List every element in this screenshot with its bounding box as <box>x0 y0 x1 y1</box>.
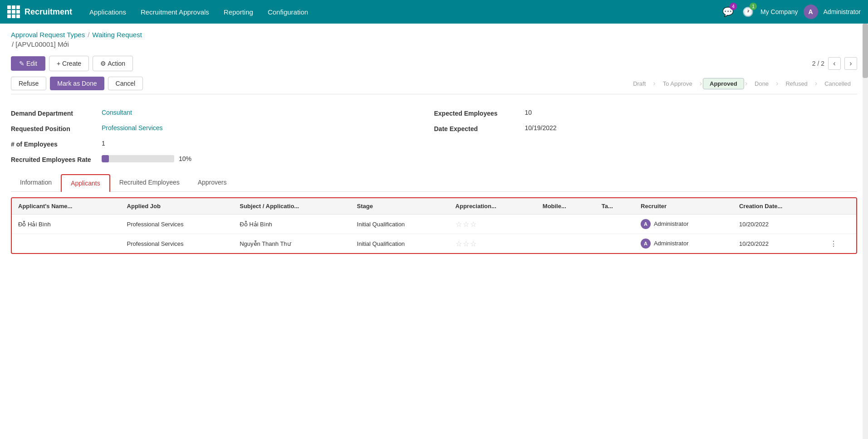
form-col-rate: Recruited Employees Rate 10% <box>11 155 434 163</box>
more-icon[interactable]: ⋮ <box>830 240 837 248</box>
step-arrow-2: › <box>700 79 702 88</box>
app-logo[interactable]: Recruitment <box>7 5 72 18</box>
table-row[interactable]: Đỗ Hải Bình Professional Services Đỗ Hải… <box>12 215 856 234</box>
breadcrumb-sep1: / <box>88 31 89 39</box>
star-2-1[interactable]: ☆ <box>456 239 462 248</box>
step-arrow-3: › <box>745 79 747 88</box>
form-col-demand: Demand Department Consultant <box>11 109 434 117</box>
table-row[interactable]: Professional Services Nguyễn Thanh Thư I… <box>12 234 856 254</box>
num-emp-value: 1 <box>102 140 434 147</box>
col-more <box>824 198 856 215</box>
tab-approvers[interactable]: Approvers <box>189 174 236 191</box>
nav-recruitment-approvals[interactable]: Recruitment Approvals <box>134 5 216 20</box>
action-button[interactable]: ⚙ Action <box>93 56 133 71</box>
expected-emp-label: Expected Employees <box>434 109 525 117</box>
step-approved: Approved <box>703 78 744 89</box>
date-expected-label: Date Expected <box>434 124 525 132</box>
scrollbar[interactable] <box>863 24 868 261</box>
cell-subject-1: Đỗ Hải Bình <box>233 215 350 234</box>
tab-recruited-employees[interactable]: Recruited Employees <box>110 174 189 191</box>
mark-done-button[interactable]: Mark as Done <box>50 77 104 90</box>
col-applicant-name: Applicant's Name... <box>12 198 121 215</box>
form-row-position: Requested Position Professional Services… <box>11 121 857 136</box>
tab-applicants[interactable]: Applicants <box>61 174 110 192</box>
breadcrumb-level3: [APVL00001] Mới <box>15 40 69 48</box>
applicants-table-wrap: Applicant's Name... Applied Job Subject … <box>11 197 857 254</box>
step-cancelled: Cancelled <box>818 78 857 89</box>
sub-breadcrumb: / [APVL00001] Mới <box>11 40 857 49</box>
star-1-2[interactable]: ☆ <box>463 220 469 229</box>
star-1-3[interactable]: ☆ <box>470 220 476 229</box>
star-2-2[interactable]: ☆ <box>463 239 469 248</box>
cell-more-2[interactable]: ⋮ <box>824 234 856 254</box>
cell-stage-2: Initial Qualification <box>351 234 449 254</box>
nav-applications[interactable]: Applications <box>83 5 132 20</box>
company-label[interactable]: My Company <box>760 8 798 15</box>
cancel-button[interactable]: Cancel <box>108 77 143 90</box>
create-button[interactable]: + Create <box>49 56 89 71</box>
toolbar: ✎ Edit + Create ⚙ Action 2 / 2 ‹ › <box>11 56 857 71</box>
breadcrumb-level1[interactable]: Approval Request Types <box>11 31 85 39</box>
progress-bar-wrap <box>102 155 174 162</box>
messages-button[interactable]: 💬 4 <box>721 5 735 19</box>
prev-arrow[interactable]: ‹ <box>828 57 841 70</box>
username[interactable]: Administrator <box>824 8 861 15</box>
col-recruiter: Recruiter <box>634 198 733 215</box>
demand-dept-value[interactable]: Consultant <box>102 109 434 116</box>
next-arrow[interactable]: › <box>844 57 857 70</box>
table-header-row: Applicant's Name... Applied Job Subject … <box>12 198 856 215</box>
col-stage: Stage <box>351 198 449 215</box>
form-col-position: Requested Position Professional Services <box>11 124 434 132</box>
date-expected-value: 10/19/2022 <box>525 124 858 132</box>
messages-badge: 4 <box>730 3 737 10</box>
clock-badge: 1 <box>750 3 757 10</box>
cell-applicant-name-2 <box>12 234 121 254</box>
cell-mobile-1 <box>536 215 595 234</box>
star-rating-1[interactable]: ☆ ☆ ☆ <box>456 220 530 229</box>
requested-pos-value[interactable]: Professional Services <box>102 124 434 132</box>
tab-information[interactable]: Information <box>11 174 61 191</box>
clock-button[interactable]: 🕐 1 <box>740 5 755 19</box>
breadcrumb-level2[interactable]: Waiting Request <box>92 31 142 39</box>
edit-button[interactable]: ✎ Edit <box>11 56 45 71</box>
form-col-date: Date Expected 10/19/2022 <box>434 124 858 132</box>
cell-mobile-2 <box>536 234 595 254</box>
form-row-rate: Recruited Employees Rate 10% <box>11 151 857 167</box>
expected-emp-value: 10 <box>525 109 858 116</box>
app-title: Recruitment <box>25 7 72 17</box>
nav-reporting[interactable]: Reporting <box>217 5 260 20</box>
step-refused: Refused <box>779 78 814 89</box>
topnav-right: 💬 4 🕐 1 My Company A Administrator <box>721 5 861 19</box>
tabs: Information Applicants Recruited Employe… <box>11 174 857 192</box>
requested-pos-label: Requested Position <box>11 124 102 132</box>
cell-appreciation-2: ☆ ☆ ☆ <box>449 234 536 254</box>
applicants-table: Applicant's Name... Applied Job Subject … <box>12 198 856 253</box>
cell-date-2: 10/20/2022 <box>733 234 824 254</box>
recruiter-name-2: Administrator <box>654 240 689 247</box>
status-steps: Draft › To Approve › Approved › Done › R… <box>627 78 857 93</box>
cell-more-1[interactable] <box>824 215 856 234</box>
step-arrow-4: › <box>776 79 778 88</box>
cell-stage-1: Initial Qualification <box>351 215 449 234</box>
pagination: 2 / 2 <box>812 60 824 67</box>
form-col-num-emp: # of Employees 1 <box>11 140 434 148</box>
top-navigation: Recruitment Applications Recruitment App… <box>0 0 868 24</box>
demand-dept-label: Demand Department <box>11 109 102 117</box>
scrollbar-thumb[interactable] <box>863 24 868 78</box>
step-to-approve: To Approve <box>657 78 699 89</box>
status-actions: Refuse Mark as Done Cancel <box>11 77 143 94</box>
cell-subject-2: Nguyễn Thanh Thư <box>233 234 350 254</box>
star-1-1[interactable]: ☆ <box>456 220 462 229</box>
cell-applicant-name-1: Đỗ Hải Bình <box>12 215 121 234</box>
col-creation-date: Creation Date... <box>733 198 824 215</box>
form-col-expected-emp: Expected Employees 10 <box>434 109 858 117</box>
progress-bar-fill <box>102 155 109 162</box>
step-draft: Draft <box>627 78 652 89</box>
avatar[interactable]: A <box>804 5 818 19</box>
star-rating-2[interactable]: ☆ ☆ ☆ <box>456 239 530 248</box>
toolbar-left: ✎ Edit + Create ⚙ Action <box>11 56 133 71</box>
nav-configuration[interactable]: Configuration <box>261 5 314 20</box>
star-2-3[interactable]: ☆ <box>470 239 476 248</box>
progress-container: 10% <box>102 155 191 162</box>
refuse-button[interactable]: Refuse <box>11 77 46 90</box>
